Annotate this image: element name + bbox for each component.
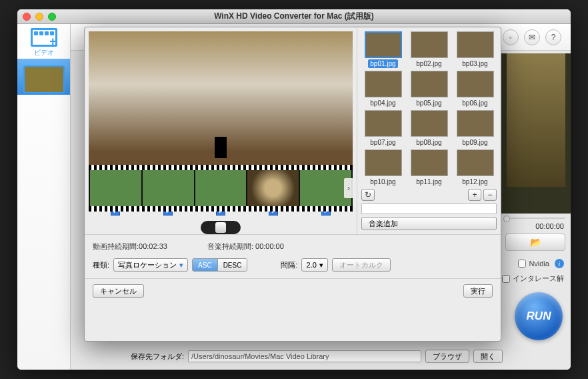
mail-icon[interactable]: ✉ <box>524 29 540 45</box>
filmstrip-frame[interactable]: ✓ <box>143 170 194 206</box>
thumbnail-image <box>457 149 494 176</box>
thumbnail-item[interactable]: bp02.jpg <box>407 31 451 68</box>
filmstrip-frame[interactable]: ✓ <box>90 170 141 206</box>
thumbnail-label: bp11.jpg <box>414 177 443 186</box>
thumbnail-image <box>457 110 494 137</box>
info-icon[interactable]: i <box>555 259 564 268</box>
audio-duration-label: 音楽持続期間: <box>207 242 253 250</box>
window-title: WinX HD Video Converter for Mac (試用版) <box>17 11 571 22</box>
open-button[interactable]: 開く <box>473 350 503 363</box>
thumbnail-label: bp02.jpg <box>414 59 443 68</box>
timecode: 00:00:00 <box>535 222 564 230</box>
thumbnail-image <box>365 71 402 97</box>
autocalc-button[interactable]: オートカルク <box>332 258 391 272</box>
deinterlace-checkbox[interactable] <box>502 275 510 283</box>
thumbnail-image <box>411 149 448 176</box>
thumbnail-image <box>365 110 402 137</box>
video-duration-value: 00:02:33 <box>139 242 167 250</box>
remove-thumbnail-button[interactable]: − <box>483 189 497 201</box>
interval-select[interactable]: 2.0▾ <box>301 258 327 272</box>
save-row: 保存先フォルダ: /Users/dinosaur/Movies/Mac Vide… <box>131 350 564 363</box>
user-icon[interactable]: ◦ <box>503 29 519 45</box>
filmstrip-toggle[interactable] <box>201 221 241 234</box>
kind-label: 種類: <box>93 260 109 270</box>
save-path-field[interactable]: /Users/dinosaur/Movies/Mac Video Library <box>188 350 421 362</box>
thumbnail-label: bp09.jpg <box>460 138 489 147</box>
nvidia-label: Nvidia <box>529 260 549 268</box>
thumbnail-image <box>457 31 494 58</box>
nvidia-checkbox[interactable] <box>518 260 526 268</box>
kind-select[interactable]: 写真ロケーション▾ <box>113 258 188 272</box>
browse-button[interactable]: ブラウザ <box>425 350 469 363</box>
thumbnail-image <box>365 149 402 176</box>
thumbnail-label: bp01.jpg <box>368 59 397 68</box>
thumbnail-label: bp12.jpg <box>460 177 489 186</box>
preview-image <box>507 53 565 187</box>
help-icon[interactable]: ? <box>545 29 561 45</box>
thumbnail-item[interactable]: bp06.jpg <box>453 71 497 107</box>
thumbnail-item[interactable]: bp05.jpg <box>407 71 451 107</box>
thumbnail-image <box>411 110 448 137</box>
nvidia-checkbox-row: Nvidia i <box>518 259 564 268</box>
run-button[interactable]: RUN <box>515 292 563 340</box>
thumbnail-item[interactable]: bp03.jpg <box>453 31 497 68</box>
interval-label: 間隔: <box>281 260 297 270</box>
sort-segmented: ASC DESC <box>192 258 247 272</box>
thumbnail-image <box>457 71 494 97</box>
thumbnail-label: bp04.jpg <box>368 99 397 107</box>
sort-desc-button[interactable]: DESC <box>217 259 247 271</box>
execute-button[interactable]: 実行 <box>463 284 493 298</box>
thumbnail-item[interactable]: bp10.jpg <box>361 149 405 186</box>
filmstrip-frame[interactable]: ✓ <box>247 170 299 206</box>
add-music-button[interactable]: 音楽追加 <box>361 217 497 230</box>
thumbnail-label: bp10.jpg <box>368 177 397 186</box>
audio-duration-value: 00:00:00 <box>255 242 284 250</box>
thumbnail-grid: bp01.jpgbp02.jpgbp03.jpgbp04.jpgbp05.jpg… <box>361 31 497 186</box>
thumbnail-item[interactable]: bp07.jpg <box>361 110 405 147</box>
add-thumbnail-button[interactable]: + <box>468 189 481 201</box>
music-list[interactable] <box>361 204 497 214</box>
filmstrip: ✓ ✓ ✓ ✓ ✓ › <box>89 165 353 212</box>
cancel-button[interactable]: キャンセル <box>93 284 144 298</box>
sort-asc-button[interactable]: ASC <box>193 259 217 271</box>
frame-checkbox[interactable]: ✓ <box>111 206 120 216</box>
thumbnail-image <box>411 31 448 58</box>
thumbnail-label: bp08.jpg <box>414 138 443 147</box>
deinterlace-checkbox-row: インタレース解 <box>502 274 564 284</box>
thumbnail-item[interactable]: bp09.jpg <box>453 110 497 147</box>
frame-checkbox[interactable]: ✓ <box>321 206 331 216</box>
source-thumbnail[interactable] <box>23 65 65 93</box>
run-label: RUN <box>527 310 551 323</box>
chevron-down-icon: ▾ <box>319 261 323 270</box>
thumbnail-image <box>365 31 402 58</box>
rotate-button[interactable]: ↻ <box>361 189 375 201</box>
save-label: 保存先フォルダ: <box>131 352 184 362</box>
thumbnail-label: bp06.jpg <box>460 99 489 107</box>
filmstrip-next-icon[interactable]: › <box>344 178 353 198</box>
frame-checkbox[interactable]: ✓ <box>216 206 225 216</box>
output-folder-button[interactable]: 📂 <box>505 234 565 251</box>
thumbnail-item[interactable]: bp11.jpg <box>407 149 451 186</box>
thumbnail-item[interactable]: bp12.jpg <box>453 149 497 186</box>
thumbnail-label: bp07.jpg <box>368 138 397 147</box>
frame-checkbox[interactable]: ✓ <box>163 206 173 216</box>
left-sidebar: ビデオ <box>17 24 71 370</box>
frame-checkbox[interactable]: ✓ <box>269 206 278 216</box>
thumbnail-label: bp05.jpg <box>414 99 443 107</box>
filmstrip-frame[interactable]: ✓ <box>195 170 247 206</box>
thumbnail-label: bp03.jpg <box>460 59 489 68</box>
thumbnail-item[interactable]: bp04.jpg <box>361 71 405 107</box>
video-label: ビデオ <box>34 48 54 57</box>
add-video-button[interactable]: ビデオ <box>17 28 70 57</box>
seek-slider[interactable] <box>505 218 565 219</box>
thumbnail-image <box>411 71 448 97</box>
chevron-updown-icon: ▾ <box>179 261 183 270</box>
preview-image-large <box>89 31 353 165</box>
slideshow-dialog: ✓ ✓ ✓ ✓ ✓ › bp01.jpgbp02.jpgbp03.jpgbp04… <box>84 27 501 342</box>
titlebar: WinX HD Video Converter for Mac (試用版) <box>17 9 571 24</box>
thumbnail-item[interactable]: bp01.jpg <box>361 31 405 68</box>
video-duration-label: 動画持続期間: <box>93 242 139 250</box>
deinterlace-label: インタレース解 <box>513 274 564 284</box>
thumbnail-item[interactable]: bp08.jpg <box>407 110 451 147</box>
